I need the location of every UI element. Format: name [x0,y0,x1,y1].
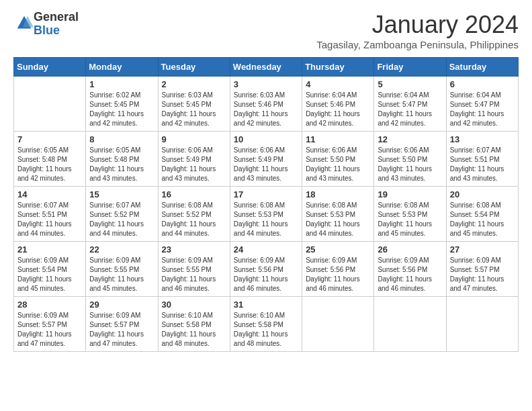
day-number: 14 [17,189,82,199]
calendar-table: SundayMondayTuesdayWednesdayThursdayFrid… [13,57,519,352]
calendar-cell: 21Sunrise: 6:09 AM Sunset: 5:54 PM Dayli… [14,242,86,297]
logo-blue: Blue [34,24,60,37]
day-number: 7 [17,134,82,144]
weekday-header: Sunday [14,58,86,77]
calendar-cell: 12Sunrise: 6:06 AM Sunset: 5:50 PM Dayli… [374,132,446,187]
title-block: January 2024 Tagasilay, Zamboanga Penins… [316,11,519,50]
day-info: Sunrise: 6:07 AM Sunset: 5:51 PM Dayligh… [17,201,82,238]
calendar-cell: 10Sunrise: 6:06 AM Sunset: 5:49 PM Dayli… [230,132,302,187]
logo-icon [15,13,34,32]
calendar-week-row: 21Sunrise: 6:09 AM Sunset: 5:54 PM Dayli… [14,242,519,297]
calendar-week-row: 14Sunrise: 6:07 AM Sunset: 5:51 PM Dayli… [14,187,519,242]
calendar-week-row: 7Sunrise: 6:05 AM Sunset: 5:48 PM Daylig… [14,132,519,187]
calendar-cell: 27Sunrise: 6:09 AM Sunset: 5:57 PM Dayli… [446,242,518,297]
calendar-cell: 6Sunrise: 6:04 AM Sunset: 5:47 PM Daylig… [446,77,518,132]
day-number: 21 [17,244,82,255]
calendar-cell: 20Sunrise: 6:08 AM Sunset: 5:54 PM Dayli… [446,187,518,242]
calendar-cell: 16Sunrise: 6:08 AM Sunset: 5:52 PM Dayli… [158,187,230,242]
calendar-cell: 26Sunrise: 6:09 AM Sunset: 5:56 PM Dayli… [374,242,446,297]
logo-general: General [34,10,79,24]
calendar-cell: 8Sunrise: 6:05 AM Sunset: 5:48 PM Daylig… [86,132,158,187]
calendar-cell [374,297,446,352]
calendar-cell: 14Sunrise: 6:07 AM Sunset: 5:51 PM Dayli… [14,187,86,242]
logo: General Blue [13,11,79,38]
day-info: Sunrise: 6:04 AM Sunset: 5:47 PM Dayligh… [378,91,442,128]
calendar-cell: 17Sunrise: 6:08 AM Sunset: 5:53 PM Dayli… [230,187,302,242]
day-number: 28 [17,300,82,310]
day-number: 23 [162,244,226,255]
day-number: 9 [162,134,226,144]
calendar-cell [446,297,518,352]
day-number: 3 [234,79,298,89]
day-info: Sunrise: 6:09 AM Sunset: 5:56 PM Dayligh… [378,256,442,293]
calendar-cell: 31Sunrise: 6:10 AM Sunset: 5:58 PM Dayli… [230,297,302,352]
day-info: Sunrise: 6:06 AM Sunset: 5:50 PM Dayligh… [378,146,442,183]
calendar-cell: 4Sunrise: 6:04 AM Sunset: 5:46 PM Daylig… [302,77,374,132]
day-info: Sunrise: 6:07 AM Sunset: 5:51 PM Dayligh… [450,146,515,183]
day-number: 2 [162,79,226,89]
weekday-header: Thursday [302,58,374,77]
day-info: Sunrise: 6:09 AM Sunset: 5:54 PM Dayligh… [17,256,82,293]
day-info: Sunrise: 6:09 AM Sunset: 5:55 PM Dayligh… [162,256,226,293]
day-number: 16 [162,189,226,199]
day-number: 8 [89,134,154,144]
calendar-cell: 19Sunrise: 6:08 AM Sunset: 5:53 PM Dayli… [374,187,446,242]
day-number: 18 [306,189,370,199]
day-number: 13 [450,134,515,144]
calendar-cell: 25Sunrise: 6:09 AM Sunset: 5:56 PM Dayli… [302,242,374,297]
calendar-cell: 13Sunrise: 6:07 AM Sunset: 5:51 PM Dayli… [446,132,518,187]
calendar-cell: 18Sunrise: 6:08 AM Sunset: 5:53 PM Dayli… [302,187,374,242]
day-info: Sunrise: 6:04 AM Sunset: 5:47 PM Dayligh… [450,91,515,128]
day-info: Sunrise: 6:08 AM Sunset: 5:52 PM Dayligh… [162,201,226,238]
calendar-week-row: 1Sunrise: 6:02 AM Sunset: 5:45 PM Daylig… [14,77,519,132]
day-number: 19 [378,189,442,199]
calendar-cell: 7Sunrise: 6:05 AM Sunset: 5:48 PM Daylig… [14,132,86,187]
month-title: January 2024 [316,11,519,39]
day-number: 1 [89,79,154,89]
day-info: Sunrise: 6:06 AM Sunset: 5:49 PM Dayligh… [162,146,226,183]
calendar-cell: 23Sunrise: 6:09 AM Sunset: 5:55 PM Dayli… [158,242,230,297]
calendar-cell: 1Sunrise: 6:02 AM Sunset: 5:45 PM Daylig… [86,77,158,132]
day-number: 27 [450,244,515,255]
calendar-cell: 22Sunrise: 6:09 AM Sunset: 5:55 PM Dayli… [86,242,158,297]
day-info: Sunrise: 6:03 AM Sunset: 5:45 PM Dayligh… [162,91,226,128]
day-info: Sunrise: 6:03 AM Sunset: 5:46 PM Dayligh… [234,91,298,128]
calendar-cell [14,77,86,132]
calendar-cell [302,297,374,352]
day-number: 15 [89,189,154,199]
day-info: Sunrise: 6:10 AM Sunset: 5:58 PM Dayligh… [234,311,298,349]
calendar-cell: 5Sunrise: 6:04 AM Sunset: 5:47 PM Daylig… [374,77,446,132]
calendar-week-row: 28Sunrise: 6:09 AM Sunset: 5:57 PM Dayli… [14,297,519,352]
calendar-header-row: SundayMondayTuesdayWednesdayThursdayFrid… [14,58,519,77]
day-number: 6 [450,79,515,89]
day-info: Sunrise: 6:08 AM Sunset: 5:53 PM Dayligh… [306,201,370,238]
calendar-cell: 2Sunrise: 6:03 AM Sunset: 5:45 PM Daylig… [158,77,230,132]
day-info: Sunrise: 6:05 AM Sunset: 5:48 PM Dayligh… [17,146,82,183]
day-info: Sunrise: 6:05 AM Sunset: 5:48 PM Dayligh… [89,146,154,183]
logo-text: General Blue [34,11,79,38]
day-info: Sunrise: 6:07 AM Sunset: 5:52 PM Dayligh… [89,201,154,238]
day-info: Sunrise: 6:08 AM Sunset: 5:53 PM Dayligh… [378,201,442,238]
day-number: 31 [234,300,298,310]
day-number: 5 [378,79,442,89]
day-info: Sunrise: 6:06 AM Sunset: 5:49 PM Dayligh… [234,146,298,183]
day-info: Sunrise: 6:04 AM Sunset: 5:46 PM Dayligh… [306,91,370,128]
day-number: 4 [306,79,370,89]
day-info: Sunrise: 6:09 AM Sunset: 5:55 PM Dayligh… [89,256,154,293]
calendar-cell: 28Sunrise: 6:09 AM Sunset: 5:57 PM Dayli… [14,297,86,352]
weekday-header: Friday [374,58,446,77]
calendar-cell: 24Sunrise: 6:09 AM Sunset: 5:56 PM Dayli… [230,242,302,297]
weekday-header: Monday [86,58,158,77]
day-info: Sunrise: 6:08 AM Sunset: 5:54 PM Dayligh… [450,201,515,238]
calendar-cell: 29Sunrise: 6:09 AM Sunset: 5:57 PM Dayli… [86,297,158,352]
day-number: 29 [89,300,154,310]
day-number: 22 [89,244,154,255]
day-info: Sunrise: 6:10 AM Sunset: 5:58 PM Dayligh… [162,311,226,349]
weekday-header: Wednesday [230,58,302,77]
location-title: Tagasilay, Zamboanga Peninsula, Philippi… [316,39,519,50]
day-info: Sunrise: 6:02 AM Sunset: 5:45 PM Dayligh… [89,91,154,128]
day-number: 20 [450,189,515,199]
calendar-cell: 15Sunrise: 6:07 AM Sunset: 5:52 PM Dayli… [86,187,158,242]
calendar-cell: 3Sunrise: 6:03 AM Sunset: 5:46 PM Daylig… [230,77,302,132]
day-number: 25 [306,244,370,255]
